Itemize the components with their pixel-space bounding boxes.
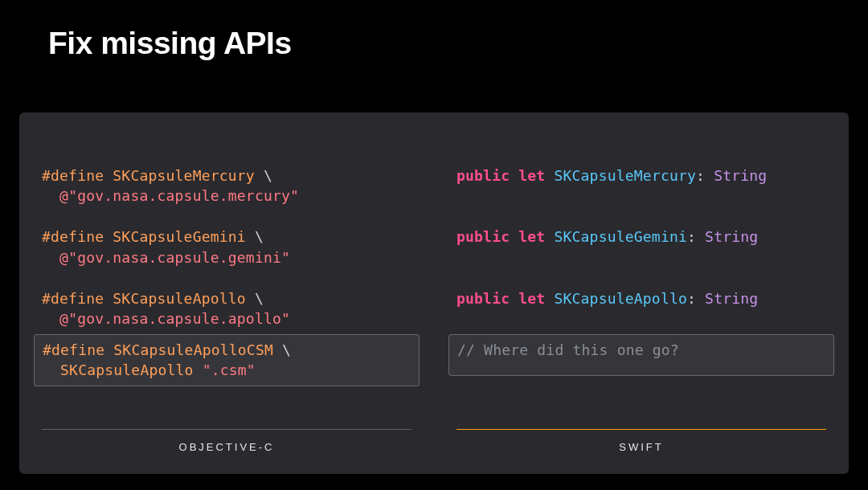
objc-column: #define SKCapsuleMercury \ @"gov.nasa.ca… xyxy=(19,112,434,474)
swift-highlighted-block: // Where did this one go? xyxy=(448,334,834,376)
divider xyxy=(42,429,411,430)
objc-string: "gov.nasa.capsule.apollo" xyxy=(68,310,290,327)
line-continuation: \ xyxy=(264,167,272,184)
objc-macro-name: SKCapsuleMercury xyxy=(113,167,255,184)
swift-public-kw: public xyxy=(457,167,510,184)
swift-comment: // Where did this one go? xyxy=(457,341,679,358)
swift-public-kw: public xyxy=(457,228,510,245)
objc-code: #define SKCapsuleMercury \ @"gov.nasa.ca… xyxy=(42,145,411,406)
page-title: Fix missing APIs xyxy=(48,26,292,61)
swift-name: SKCapsuleGemini xyxy=(554,228,687,245)
objc-at: @ xyxy=(59,249,68,266)
swift-name: SKCapsuleMercury xyxy=(554,167,696,184)
objc-macro-name: SKCapsuleGemini xyxy=(113,228,246,245)
swift-type: String xyxy=(705,228,758,245)
objc-define-kw: #define xyxy=(42,167,104,184)
code-panel: #define SKCapsuleMercury \ @"gov.nasa.ca… xyxy=(19,112,849,474)
objc-string: "gov.nasa.capsule.mercury" xyxy=(68,187,299,204)
line-continuation: \ xyxy=(255,290,264,307)
objc-label: OBJECTIVE-C xyxy=(42,441,411,453)
swift-let-kw: let xyxy=(518,290,545,307)
objc-expr-id: SKCapsuleApollo xyxy=(60,361,194,378)
line-continuation: \ xyxy=(282,341,291,358)
objc-string: "gov.nasa.capsule.gemini" xyxy=(68,249,290,266)
swift-type: String xyxy=(714,167,767,184)
swift-let-kw: let xyxy=(518,167,545,184)
objc-expr-string: ".csm" xyxy=(203,361,256,378)
objc-macro-name: SKCapsuleApolloCSM xyxy=(113,341,273,358)
swift-name: SKCapsuleApollo xyxy=(554,290,687,307)
objc-at: @ xyxy=(59,187,68,204)
swift-label: SWIFT xyxy=(457,441,826,453)
objc-define-kw: #define xyxy=(42,228,104,245)
objc-at: @ xyxy=(59,310,68,327)
swift-type: String xyxy=(705,290,758,307)
swift-public-kw: public xyxy=(457,290,510,307)
slide: Fix missing APIs #define SKCapsuleMercur… xyxy=(0,0,868,490)
divider-accent xyxy=(457,429,826,430)
swift-let-kw: let xyxy=(518,228,545,245)
objc-define-kw: #define xyxy=(43,341,104,358)
objc-highlighted-block: #define SKCapsuleApolloCSM \ SKCapsuleAp… xyxy=(34,334,420,386)
swift-column: public let SKCapsuleMercury: String publ… xyxy=(434,112,849,474)
objc-macro-name: SKCapsuleApollo xyxy=(113,290,246,307)
line-continuation: \ xyxy=(255,228,264,245)
objc-define-kw: #define xyxy=(42,290,104,307)
swift-code: public let SKCapsuleMercury: String publ… xyxy=(457,145,826,406)
